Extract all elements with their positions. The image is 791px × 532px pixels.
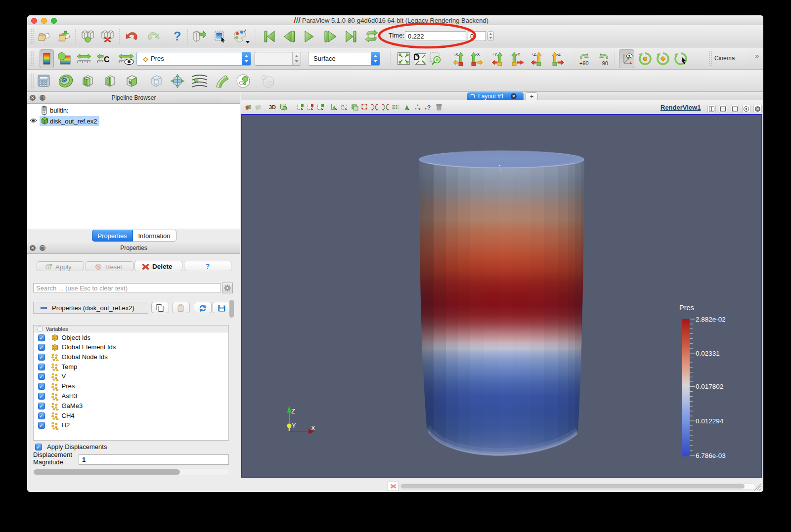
svg-text:Z: Z bbox=[291, 408, 295, 415]
svg-text:Pres: Pres bbox=[679, 304, 694, 312]
svg-text:2.882e-02: 2.882e-02 bbox=[696, 316, 726, 323]
svg-text:0.012294: 0.012294 bbox=[696, 417, 724, 425]
svg-text:X: X bbox=[311, 424, 315, 432]
svg-text:-Y: -Y bbox=[516, 52, 521, 57]
svg-text:D: D bbox=[413, 52, 420, 62]
svg-text:-90: -90 bbox=[600, 60, 608, 66]
svg-text:+90: +90 bbox=[579, 60, 589, 66]
svg-text:C: C bbox=[104, 55, 110, 64]
svg-text:-X: -X bbox=[476, 52, 480, 57]
svg-text:+X: +X bbox=[453, 52, 458, 57]
svg-text:?: ? bbox=[427, 104, 431, 111]
svg-text:0.017802: 0.017802 bbox=[696, 383, 723, 390]
svg-text:3D: 3D bbox=[269, 104, 276, 110]
svg-text:+Y: +Y bbox=[492, 52, 497, 57]
svg-text:Y: Y bbox=[292, 422, 296, 429]
svg-text:+Z: +Z bbox=[531, 52, 536, 57]
svg-text:6.786e-03: 6.786e-03 bbox=[696, 452, 726, 459]
svg-text:-Z: -Z bbox=[557, 52, 561, 57]
svg-text:0.02331: 0.02331 bbox=[696, 350, 720, 357]
